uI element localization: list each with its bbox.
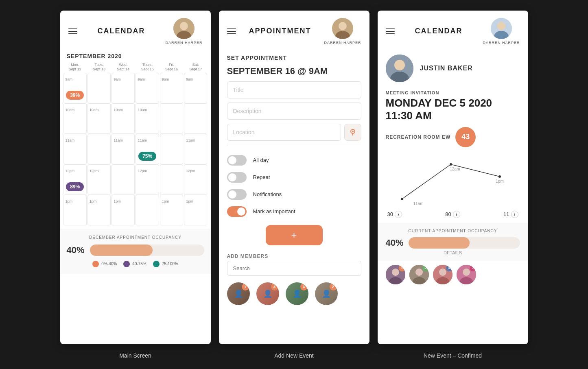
conf-user: DARREN HARPER bbox=[483, 18, 520, 45]
member-3-badge: 2 bbox=[330, 283, 337, 290]
time-label-1pm: 1pm bbox=[496, 179, 503, 183]
legend-40to75: 40-75% bbox=[123, 261, 146, 267]
cell-11am-2[interactable]: 11am bbox=[111, 134, 135, 164]
badge-75: 75% bbox=[138, 152, 156, 161]
appt-menu-button[interactable] bbox=[227, 28, 236, 34]
location-button[interactable] bbox=[344, 124, 361, 141]
cell-1pm-0[interactable]: 1pm bbox=[63, 195, 87, 225]
legend-label-1: 40-75% bbox=[132, 262, 146, 266]
member-2[interactable]: 👤 3 bbox=[286, 282, 308, 305]
cell-1pm-1[interactable]: 1pm bbox=[87, 195, 111, 225]
cal-row-9am: 9am 39% 9am 9am 9am 9am bbox=[60, 73, 211, 103]
cell-1pm-2[interactable]: 1pm bbox=[111, 195, 135, 225]
cell-9am-4[interactable]: 9am bbox=[160, 73, 183, 103]
cell-9am-5[interactable]: 9am bbox=[184, 73, 207, 103]
confirmed-screen-container: CALENDAR DARREN HARPER bbox=[378, 11, 528, 359]
conf-menu-button[interactable] bbox=[386, 28, 395, 34]
conf-av-1[interactable]: 2 bbox=[409, 265, 429, 284]
add-event-button[interactable]: + bbox=[266, 225, 323, 245]
cell-12pm-1[interactable]: 12pm bbox=[87, 164, 111, 195]
col-header-1: Tues.Sept 13 bbox=[87, 61, 111, 73]
cell-11am-3[interactable]: 11am 75% bbox=[136, 134, 159, 164]
cell-1pm-5[interactable]: 1pm bbox=[184, 195, 207, 225]
cell-12pm-3[interactable]: 12pm bbox=[136, 164, 159, 195]
chart-dot-2 bbox=[498, 175, 501, 178]
conf-header: CALENDAR DARREN HARPER bbox=[378, 11, 528, 50]
cell-1pm-3[interactable] bbox=[136, 195, 159, 225]
time-label-11am: 11am bbox=[413, 201, 423, 206]
conf-av-0[interactable]: 1 bbox=[386, 265, 405, 284]
svg-point-19 bbox=[415, 269, 423, 276]
appt-avatar-img bbox=[332, 18, 353, 39]
toggle-repeat-switch[interactable] bbox=[227, 172, 247, 183]
main-screen-label: Main Screen bbox=[119, 352, 151, 359]
cell-12pm-0[interactable]: 12pm 89% bbox=[63, 164, 87, 195]
legend-dot-purple bbox=[123, 261, 130, 267]
cell-11am-0[interactable]: 11am bbox=[63, 134, 87, 164]
cell-10am-3[interactable]: 10am bbox=[136, 103, 159, 134]
cell-10am-1[interactable]: 10am bbox=[87, 103, 111, 134]
nav-11[interactable]: 11 › bbox=[503, 211, 518, 218]
nav-80[interactable]: 80 › bbox=[445, 211, 460, 218]
conf-av-2[interactable]: 3 bbox=[433, 265, 452, 284]
cell-11am-5[interactable]: 11am bbox=[184, 134, 207, 164]
toggle-repeat-label: Repeat bbox=[253, 174, 270, 180]
main-header: CALENDAR DARREN HARPER bbox=[60, 11, 211, 50]
svg-point-22 bbox=[439, 269, 446, 276]
cell-12pm-4[interactable] bbox=[160, 164, 183, 195]
cell-1pm-4[interactable]: 1pm bbox=[160, 195, 183, 225]
cell-10am-2[interactable]: 10am bbox=[111, 103, 135, 134]
conf-occ-row: 40% bbox=[386, 237, 520, 249]
cell-12pm-5[interactable]: 12pm bbox=[184, 164, 207, 195]
toggle-important-switch[interactable] bbox=[227, 206, 247, 217]
title-input[interactable] bbox=[227, 81, 361, 98]
chart-bar-row: 40% bbox=[67, 245, 204, 256]
cell-10am-0[interactable]: 10am bbox=[63, 103, 87, 134]
main-chart: DECEMBER APPOINTMENT OCCUPANCY 40% 0%-40… bbox=[60, 229, 211, 274]
toggle-notif-label: Notifications bbox=[253, 191, 282, 197]
details-link[interactable]: DETAILS bbox=[386, 250, 520, 255]
nav-30[interactable]: 30 › bbox=[387, 211, 402, 218]
legend-label-0: 0%-40% bbox=[101, 262, 117, 266]
set-appt-title: SET APPOINTMENT bbox=[219, 50, 369, 64]
appt-form bbox=[219, 81, 369, 141]
toggle-repeat-knob bbox=[228, 173, 236, 181]
member-0-badge: 1 bbox=[242, 283, 249, 290]
room-number-badge: 43 bbox=[455, 127, 476, 147]
member-3[interactable]: 👤 2 bbox=[315, 282, 338, 305]
cell-11am-4[interactable] bbox=[160, 134, 183, 164]
toggle-notif-knob bbox=[228, 190, 236, 199]
member-0[interactable]: 👤 1 bbox=[227, 282, 250, 305]
toggle-notifications: Notifications bbox=[219, 186, 369, 203]
cell-11am-1[interactable] bbox=[87, 134, 111, 164]
legend-0to40: 0%-40% bbox=[92, 261, 117, 267]
location-input[interactable] bbox=[227, 124, 341, 141]
toggle-allday-switch[interactable] bbox=[227, 155, 247, 166]
cell-9am-1[interactable] bbox=[87, 73, 111, 103]
legend-label-2: 75-100% bbox=[162, 262, 178, 266]
desc-input[interactable] bbox=[227, 103, 361, 120]
confirmed-bottom: CURRENT APPOINTMENT OCCUPANCY 40% DETAIL… bbox=[378, 223, 528, 261]
cell-12pm-2[interactable] bbox=[111, 164, 135, 195]
conf-bar-bg bbox=[409, 237, 520, 249]
conf-av-3[interactable]: 3 bbox=[457, 265, 476, 284]
col-header-5: Sat.Sept 17 bbox=[184, 61, 207, 73]
main-avatar-img bbox=[173, 18, 195, 39]
cal-row-11am: 11am 11am 11am 75% 11am bbox=[60, 134, 211, 164]
members-row: 👤 1 👤 3 👤 3 👤 2 bbox=[219, 281, 369, 312]
cell-10am-4[interactable] bbox=[160, 103, 183, 134]
svg-point-1 bbox=[180, 22, 188, 30]
cell-9am-0[interactable]: 9am 39% bbox=[63, 73, 87, 103]
toggle-notif-switch[interactable] bbox=[227, 189, 247, 200]
confirmed-screen-label: New Event – Confimed bbox=[424, 352, 482, 359]
member-search-input[interactable] bbox=[227, 261, 361, 276]
cell-10am-5[interactable] bbox=[184, 103, 207, 134]
cell-9am-2[interactable]: 9am bbox=[111, 73, 135, 103]
calendar-month: SEPTEMBER 2020 bbox=[60, 50, 211, 61]
add-members-title: ADD MEMBERS bbox=[219, 250, 369, 261]
line-chart: 11am 12am 1pm bbox=[378, 152, 528, 209]
main-menu-button[interactable] bbox=[68, 28, 77, 34]
chart-percent: 40% bbox=[67, 245, 85, 255]
cell-9am-3[interactable]: 9am bbox=[136, 73, 159, 103]
member-1[interactable]: 👤 3 bbox=[256, 282, 279, 305]
